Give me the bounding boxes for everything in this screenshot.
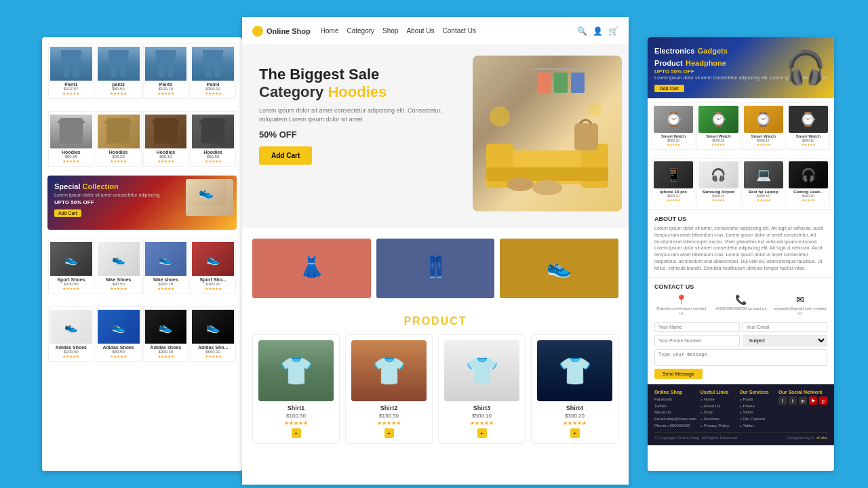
product-image: ⌚	[698, 106, 738, 133]
shirt3-image: 👕	[444, 340, 519, 401]
list-item[interactable]: ⌚ Smart Watch $000.10 ★★★★★	[787, 102, 830, 150]
footer-link[interactable]: » Services	[701, 416, 736, 423]
footer-link[interactable]: » Phone	[739, 403, 774, 410]
list-item[interactable]: 👟 Adidas Sho... $600.10 ★★★★★	[190, 306, 236, 362]
product-name: Hoodies	[145, 150, 187, 155]
list-item[interactable]: 👟 Adidas shoes $300.18 ★★★★★	[143, 306, 189, 362]
list-item[interactable]: 📱 Iphone 19 pro $000.10 ★★★★★	[652, 158, 695, 205]
list-item[interactable]: Pant4 $300.10 ★★★★★	[190, 43, 236, 99]
list-item[interactable]: Hoodies $00.10 ★★★★★	[143, 111, 189, 167]
contact-form: Subject	[654, 322, 827, 366]
footer-link[interactable]: » Shop	[701, 409, 736, 416]
elec-headphone: Headphone	[686, 59, 726, 67]
elec-add-cart-button[interactable]: Add Cart	[654, 85, 684, 92]
linkedin-icon[interactable]: in	[799, 396, 807, 405]
footer-link[interactable]: » Home	[701, 396, 736, 403]
special-collection-banner: Special Collection Lorem ipsum dolor sit…	[47, 176, 237, 230]
footer-link[interactable]: » Our Camera	[739, 416, 774, 423]
list-item[interactable]: Hoodies $90.50 ★★★★★	[48, 111, 94, 167]
list-item[interactable]: 👟 Sport Shoes $200.50 ★★★★★	[48, 239, 94, 294]
footer-link[interactable]: » About Us	[701, 403, 736, 410]
footer-link[interactable]: » Tablet	[739, 423, 774, 430]
hero-content: The Biggest Sale Category Hoodies Lorem …	[259, 66, 453, 165]
category-jeans-image[interactable]: 👖	[376, 239, 495, 298]
product-name: Sport Shoes	[50, 277, 92, 282]
product-image: ⌚	[654, 106, 693, 133]
list-item[interactable]: 👟 Nike shoes $300.18 ★★★★★	[143, 239, 189, 294]
list-item[interactable]: ⌚ Smart Watch $000.10 ★★★★★	[652, 102, 695, 150]
product-name: Adidas Shoes	[50, 345, 92, 350]
search-icon[interactable]: 🔍	[577, 26, 587, 36]
facebook-icon[interactable]: f	[778, 396, 787, 405]
contact-subject-select[interactable]: Subject	[743, 335, 828, 346]
add-to-cart-button[interactable]: +	[384, 428, 394, 438]
product-rating: ★★★★★	[744, 198, 783, 202]
about-section: ABOUT US Lorem ipsum dolor sit amet, con…	[648, 209, 834, 277]
list-item[interactable]: Hoodies $30.20 ★★★★★	[96, 111, 142, 167]
hero-discount: 50% OFF	[259, 129, 453, 140]
product-rating: ★★★★★	[145, 354, 187, 359]
product-rating: ★★★★★	[50, 286, 92, 291]
add-to-cart-button[interactable]: +	[570, 428, 580, 438]
right-panel: Electronics Gadgets Product Headphone UP…	[648, 37, 834, 471]
product-image	[145, 47, 187, 81]
contact-name-input[interactable]	[654, 322, 740, 332]
cart-icon[interactable]: 🛒	[608, 26, 618, 36]
category-shoes-image[interactable]: 👟	[500, 239, 618, 298]
logo-text: Online Shop	[267, 27, 311, 35]
product-price: $500.10	[444, 413, 519, 419]
list-item[interactable]: 👟 Adidas Shoes $100.50 ★★★★★	[48, 306, 94, 362]
location-icon: 📍	[654, 294, 709, 305]
product-price: $150.50	[351, 413, 427, 419]
footer-link[interactable]: Twitter	[654, 403, 696, 410]
list-item[interactable]: 🎧 Gaming Head... $000.10 ★★★★★	[787, 158, 830, 205]
twitter-icon[interactable]: t	[789, 396, 797, 405]
product-name: Hoodies	[98, 150, 140, 155]
jeans-image-inner: 👖	[376, 239, 495, 298]
list-item[interactable]: Pant1 $107.57 ★★★★★	[48, 43, 94, 99]
contact-phone-input[interactable]	[654, 335, 740, 346]
list-item[interactable]: ⌚ Smart Watch $000.10 ★★★★★	[696, 102, 740, 150]
footer-link[interactable]: About Us	[654, 409, 696, 416]
product-name: Adidas Shoes	[98, 345, 140, 350]
pinterest-icon[interactable]: p	[819, 396, 827, 405]
hero-title: The Biggest Sale	[259, 66, 453, 83]
list-item[interactable]: 👟 Nike Shoes $90.50 ★★★★★	[96, 239, 142, 294]
add-to-cart-button[interactable]: +	[292, 428, 301, 438]
user-icon[interactable]: 👤	[593, 26, 603, 36]
product-image: 👟	[50, 310, 92, 344]
list-item[interactable]: 👟 Adidas Shoes $80.50 ★★★★★	[96, 306, 142, 362]
hero-add-cart-button[interactable]: Add Cart	[259, 146, 312, 165]
nav-shop[interactable]: Shop	[382, 27, 398, 35]
footer-link[interactable]: » Pants	[739, 396, 774, 403]
special-add-cart-button[interactable]: Add Cart	[54, 209, 81, 217]
product-image	[192, 47, 234, 81]
nav-home[interactable]: Home	[321, 27, 339, 35]
contact-email-input[interactable]	[743, 322, 828, 332]
footer-col-services: Our Services » Pants » Phone » Shirts » …	[739, 390, 774, 429]
list-item[interactable]: 👕 Shirt2 $150.50 ★★★★★ +	[345, 334, 433, 444]
list-item[interactable]: 👕 Shirt4 $300.20 ★★★★★ +	[531, 334, 618, 444]
list-item[interactable]: Pant3 $100.10 ★★★★★	[143, 43, 189, 99]
nav-category[interactable]: Category	[347, 27, 374, 35]
youtube-icon[interactable]: ▶	[809, 396, 817, 405]
list-item[interactable]: 🎧 Samsung Airpod $000.10 ★★★★★	[696, 158, 740, 205]
footer-link[interactable]: » Shirts	[739, 409, 774, 416]
add-to-cart-button[interactable]: +	[477, 428, 487, 438]
list-item[interactable]: ⌚ Smart Watch $000.10 ★★★★★	[742, 102, 785, 150]
footer-link[interactable]: Facebook	[654, 396, 696, 403]
product-rating: ★★★★★	[98, 354, 140, 359]
footer-col-brand: Online Shop Facebook Twitter About Us Em…	[654, 390, 696, 429]
nav-about[interactable]: About Us	[406, 27, 434, 35]
send-message-button[interactable]: Send Message	[654, 369, 703, 379]
contact-message-input[interactable]	[654, 349, 827, 366]
category-clothes-image[interactable]: 👗	[252, 239, 371, 298]
list-item[interactable]: pant2 $80.50 ★★★★★	[96, 43, 142, 99]
list-item[interactable]: 👕 Shirt1 $100.50 ★★★★★ +	[252, 334, 340, 444]
nav-contact[interactable]: Contact Us	[443, 27, 476, 35]
list-item[interactable]: 💻 Best hp Laptop $000.10 ★★★★★	[742, 158, 785, 205]
footer-link[interactable]: » Privacy Policy	[701, 423, 736, 430]
list-item[interactable]: 👟 Sport Sho... $100.20 ★★★★★	[190, 239, 236, 294]
list-item[interactable]: 👕 Shirt3 $500.10 ★★★★★ +	[438, 334, 526, 444]
list-item[interactable]: Hoodies $90.50 ★★★★★	[190, 111, 236, 167]
